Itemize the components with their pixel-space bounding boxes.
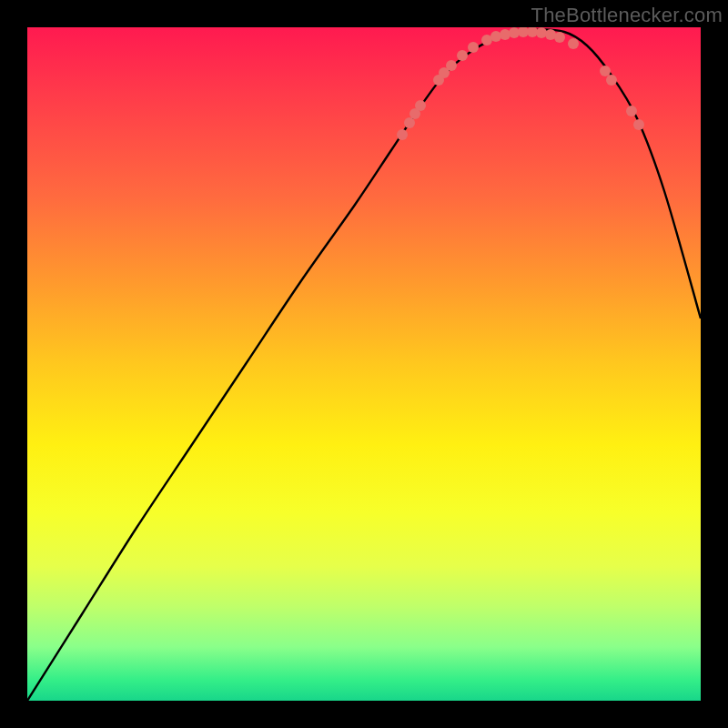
watermark-text: TheBottlenecker.com <box>531 4 723 27</box>
chart-gradient-background <box>27 27 701 701</box>
chart-frame <box>27 27 701 701</box>
